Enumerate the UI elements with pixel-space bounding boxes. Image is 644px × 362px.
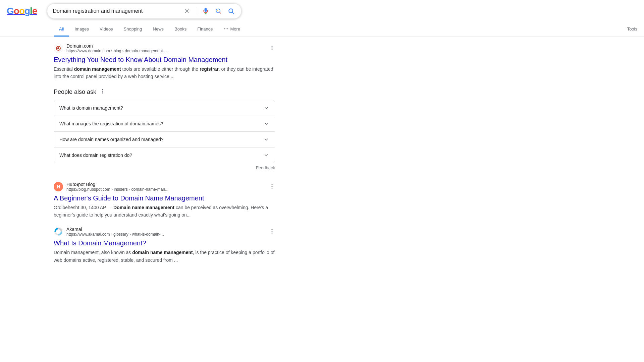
- svg-point-20: [272, 187, 273, 188]
- header: Google: [0, 0, 644, 22]
- microphone-icon: [202, 8, 209, 14]
- result-snippet: Ordibehesht 30, 1400 AP — Domain name ma…: [54, 204, 275, 219]
- svg-point-14: [272, 49, 273, 50]
- result-source: Akamai https://www.akamai.com › glossary…: [54, 227, 275, 237]
- lens-icon: [215, 8, 222, 14]
- paa-box: What is domain management? What manages …: [54, 100, 275, 163]
- tab-more[interactable]: More: [218, 22, 246, 37]
- svg-point-17: [102, 93, 103, 94]
- vertical-dots-icon: [269, 45, 275, 51]
- result-title[interactable]: What Is Domain Management?: [54, 239, 275, 247]
- svg-point-12: [272, 46, 273, 47]
- svg-point-6: [224, 28, 225, 29]
- svg-point-16: [102, 91, 103, 92]
- result-more-button[interactable]: [269, 183, 275, 190]
- close-icon: [184, 8, 190, 14]
- vertical-dots-icon: [269, 183, 275, 189]
- paa-item[interactable]: How are domain names organized and manag…: [54, 132, 275, 147]
- paa-feedback: Feedback: [54, 163, 275, 172]
- source-info: HubSpot Blog https://blog.hubspot.com › …: [66, 182, 168, 192]
- result-item: Domain.com https://www.domain.com › blog…: [54, 43, 275, 80]
- svg-point-11: [57, 47, 59, 49]
- paa-options-button[interactable]: [100, 88, 106, 96]
- chevron-down-icon: [263, 136, 269, 142]
- tab-tools[interactable]: Tools: [622, 22, 644, 37]
- svg-point-22: [272, 229, 273, 230]
- people-also-ask: People also ask What is domain managemen…: [54, 88, 275, 172]
- favicon: H: [54, 182, 63, 191]
- svg-point-8: [227, 28, 228, 29]
- three-dots-vertical-icon: [100, 88, 106, 94]
- result-item: H HubSpot Blog https://blog.hubspot.com …: [54, 182, 275, 219]
- svg-point-19: [272, 186, 273, 187]
- tab-finance[interactable]: Finance: [192, 22, 218, 37]
- svg-point-13: [272, 47, 273, 48]
- search-icon: [228, 8, 234, 14]
- paa-item[interactable]: What manages the registration of domain …: [54, 116, 275, 132]
- source-url: https://blog.hubspot.com › insiders › do…: [66, 187, 168, 192]
- search-tabs: All Images Videos Shopping News Books Fi…: [0, 22, 644, 37]
- akamai-favicon-icon: [54, 227, 63, 236]
- result-source: H HubSpot Blog https://blog.hubspot.com …: [54, 182, 275, 192]
- tab-videos[interactable]: Videos: [94, 22, 118, 37]
- tab-shopping[interactable]: Shopping: [118, 22, 148, 37]
- svg-point-23: [272, 231, 273, 232]
- paa-title: People also ask: [54, 88, 96, 96]
- favicon: [54, 44, 63, 53]
- paa-question: What manages the registration of domain …: [59, 121, 163, 126]
- result-item: Akamai https://www.akamai.com › glossary…: [54, 227, 275, 263]
- paa-question: How are domain names organized and manag…: [59, 137, 164, 142]
- paa-item[interactable]: What does domain registration do?: [54, 147, 275, 163]
- paa-question: What does domain registration do?: [59, 153, 132, 158]
- chevron-down-icon: [263, 152, 269, 158]
- voice-search-button[interactable]: [201, 6, 210, 16]
- source-name: Domain.com: [66, 43, 167, 49]
- source-info: Akamai https://www.akamai.com › glossary…: [66, 227, 164, 237]
- svg-point-24: [272, 233, 273, 234]
- three-dots-icon: [223, 26, 229, 32]
- chevron-down-icon: [263, 121, 269, 127]
- paa-header: People also ask: [54, 88, 275, 96]
- svg-point-2: [216, 9, 220, 13]
- search-results: Domain.com https://www.domain.com › blog…: [0, 37, 275, 279]
- svg-point-7: [226, 28, 227, 29]
- domain-favicon-icon: [54, 44, 62, 52]
- result-snippet: Essential domain management tools are av…: [54, 65, 275, 80]
- tab-news[interactable]: News: [148, 22, 169, 37]
- svg-point-18: [272, 184, 273, 185]
- result-source: Domain.com https://www.domain.com › blog…: [54, 43, 275, 53]
- paa-item[interactable]: What is domain management?: [54, 100, 275, 116]
- source-url: https://www.akamai.com › glossary › what…: [66, 232, 164, 237]
- result-snippet: Domain management, also known as domain …: [54, 249, 275, 263]
- clear-button[interactable]: [182, 7, 191, 15]
- tab-books[interactable]: Books: [169, 22, 192, 37]
- favicon: [54, 227, 63, 236]
- svg-point-3: [217, 10, 218, 11]
- google-logo[interactable]: Google: [7, 6, 40, 16]
- paa-question: What is domain management?: [59, 105, 123, 111]
- search-bar: [47, 3, 241, 19]
- vertical-dots-icon: [269, 228, 275, 234]
- search-input[interactable]: [53, 8, 182, 14]
- svg-line-5: [232, 12, 234, 14]
- source-info: Domain.com https://www.domain.com › blog…: [66, 43, 167, 53]
- source-name: HubSpot Blog: [66, 182, 168, 187]
- search-button[interactable]: [226, 6, 236, 16]
- chevron-down-icon: [263, 105, 269, 111]
- result-title[interactable]: A Beginner's Guide to Domain Name Manage…: [54, 194, 275, 202]
- tab-images[interactable]: Images: [69, 22, 94, 37]
- source-name: Akamai: [66, 227, 164, 232]
- result-title[interactable]: Everything You Need to Know About Domain…: [54, 55, 275, 64]
- svg-point-15: [102, 89, 103, 90]
- lens-button[interactable]: [214, 6, 223, 16]
- result-more-button[interactable]: [269, 228, 275, 235]
- source-url: https://www.domain.com › blog › domain-m…: [66, 49, 167, 53]
- tab-all[interactable]: All: [54, 22, 69, 37]
- divider: [196, 7, 196, 15]
- result-more-button[interactable]: [269, 45, 275, 52]
